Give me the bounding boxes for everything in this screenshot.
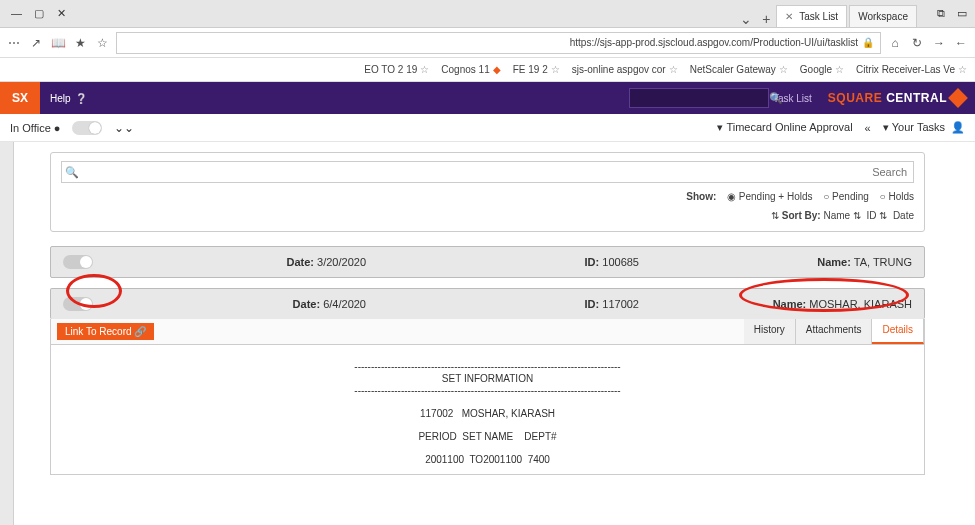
show-label: Show: — [686, 191, 716, 202]
favorites-icon[interactable]: ★ — [72, 35, 88, 51]
tab-chevron-icon[interactable]: ⌄ — [736, 11, 756, 27]
task-row[interactable]: Name: MOSHAR, KIARASH ID: 117002 Date: 6… — [50, 288, 925, 319]
sx-button[interactable]: SX — [0, 82, 40, 114]
help-button[interactable]: ❔Help — [40, 93, 97, 104]
detail-memo: ----------------------------------------… — [51, 345, 924, 474]
new-tab-button[interactable]: + — [756, 11, 776, 27]
star-icon: ☆ — [420, 64, 429, 75]
detail-tabs: Details Attachments History 🔗 Link To Re… — [51, 319, 924, 345]
sort-name[interactable]: Name ⇅ — [824, 210, 861, 221]
detail-panel: Details Attachments History 🔗 Link To Re… — [50, 319, 925, 475]
in-office-label: ● In Office — [10, 122, 60, 134]
search-input[interactable] — [61, 161, 914, 183]
bookmark-item[interactable]: ☆FE 19 2 — [513, 64, 560, 75]
tab-attachments[interactable]: Attachments — [796, 319, 873, 344]
your-tasks-dropdown[interactable]: Your Tasks ▾ — [883, 121, 945, 134]
reading-icon[interactable]: 📖 — [50, 35, 66, 51]
brand-logo-icon — [948, 88, 968, 108]
row-toggle[interactable] — [63, 297, 93, 311]
bookmark-item[interactable]: ☆Google — [800, 64, 844, 75]
close-icon[interactable]: ✕ — [785, 11, 793, 22]
home-icon[interactable]: ⌂ — [887, 35, 903, 51]
browser-toolbar: ← → ↻ ⌂ 🔒 https://sjs-app-prod.sjscloud.… — [0, 28, 975, 58]
star-icon[interactable]: ☆ — [94, 35, 110, 51]
refresh-icon[interactable]: ↻ — [909, 35, 925, 51]
browser-tab-workspace[interactable]: Workspace — [849, 5, 917, 27]
sort-options: Sort By: Name ⇅ ID ⇅ Date ⇅ — [61, 210, 914, 221]
tab-label: Task List — [799, 11, 838, 22]
browser-tab-tasklist[interactable]: Task List ✕ — [776, 5, 847, 27]
task-row[interactable]: Name: TA, TRUNG ID: 100685 Date: 3/20/20… — [50, 246, 925, 278]
app-search: 🔍 — [97, 88, 767, 108]
window-overlap-icon[interactable]: ▭ — [953, 7, 967, 21]
bookmark-item[interactable]: ◆Cognos 11 — [441, 64, 500, 75]
radio-pending[interactable]: ○ Pending — [823, 191, 869, 202]
tab-history[interactable]: History — [744, 319, 796, 344]
close-icon[interactable]: ✕ — [52, 7, 66, 21]
help-icon: ❔ — [75, 93, 87, 104]
brand: CENTRALSQUARE — [818, 91, 975, 105]
sort-label: Sort By: — [782, 210, 821, 221]
brand-text-2: SQUARE — [828, 91, 882, 105]
share-icon[interactable]: ↗ — [28, 35, 44, 51]
filter-panel: 🔍 Show: ◉ Pending + Holds ○ Pending ○ Ho… — [50, 152, 925, 232]
lock-icon: 🔒 — [862, 37, 874, 48]
browser-tabs: Workspace Task List ✕ + ⌄ — [78, 0, 919, 27]
more-icon[interactable]: ⋯ — [6, 35, 22, 51]
window-controls: ▭ ⧉ — [927, 7, 971, 21]
forward-icon[interactable]: → — [931, 35, 947, 51]
search-icon: 🔍 — [769, 92, 783, 105]
star-icon: ☆ — [958, 64, 967, 75]
user-icon: 👤 — [951, 121, 965, 134]
app-search-input[interactable] — [629, 88, 769, 108]
bookmark-item[interactable]: ☆sjs-online aspgov cor — [572, 64, 678, 75]
main-content: 🔍 Show: ◉ Pending + Holds ○ Pending ○ Ho… — [0, 142, 975, 525]
radio-holds[interactable]: ○ Holds — [880, 191, 914, 202]
search-icon[interactable]: 🔍 — [65, 166, 79, 179]
window-titlebar: ▭ ⧉ Workspace Task List ✕ + ⌄ ✕ ▢ — — [0, 0, 975, 28]
chevron-down-icon[interactable]: ⌄⌄ — [114, 121, 134, 135]
radio-pending-holds[interactable]: ◉ Pending + Holds — [727, 191, 812, 202]
star-icon: ☆ — [779, 64, 788, 75]
maximize-icon[interactable]: ▢ — [30, 7, 44, 21]
url-text: https://sjs-app-prod.sjscloud.aspgov.com… — [570, 37, 858, 48]
in-office-toggle[interactable] — [72, 121, 102, 135]
bookmark-item[interactable]: ☆Citrix Receiver-Las Ve — [856, 64, 967, 75]
diamond-icon: ◆ — [493, 64, 501, 75]
sort-id[interactable]: ID ⇅ — [867, 210, 888, 221]
window-restore-icon[interactable]: ⧉ — [931, 7, 945, 21]
brand-text-1: CENTRAL — [886, 91, 947, 105]
bookmark-item[interactable]: ☆NetScaler Gateway — [690, 64, 788, 75]
star-icon: ☆ — [551, 64, 560, 75]
tab-details[interactable]: Details — [872, 319, 924, 344]
tab-label: Workspace — [858, 11, 908, 22]
show-options: Show: ◉ Pending + Holds ○ Pending ○ Hold… — [61, 191, 914, 202]
address-bar[interactable]: 🔒 https://sjs-app-prod.sjscloud.aspgov.c… — [116, 32, 881, 54]
bookmarks-bar: ☆Citrix Receiver-Las Ve ☆Google ☆NetScal… — [0, 58, 975, 82]
star-icon: ☆ — [835, 64, 844, 75]
window-buttons: ✕ ▢ — — [4, 7, 70, 21]
app-header: CENTRALSQUARE Task List 🔍 ❔Help SX — [0, 82, 975, 114]
star-icon: ☆ — [669, 64, 678, 75]
row-toggle[interactable] — [63, 255, 93, 269]
bookmark-item[interactable]: ☆19 2 EO TO — [364, 64, 429, 75]
back-icon[interactable]: ← — [953, 35, 969, 51]
link-to-record-button[interactable]: 🔗 Link To Record — [57, 323, 154, 340]
timecard-dropdown[interactable]: Timecard Online Approval ▾ — [717, 121, 852, 134]
sub-header: 👤 Your Tasks ▾ » Timecard Online Approva… — [0, 114, 975, 142]
minimize-icon[interactable]: — — [8, 7, 22, 21]
